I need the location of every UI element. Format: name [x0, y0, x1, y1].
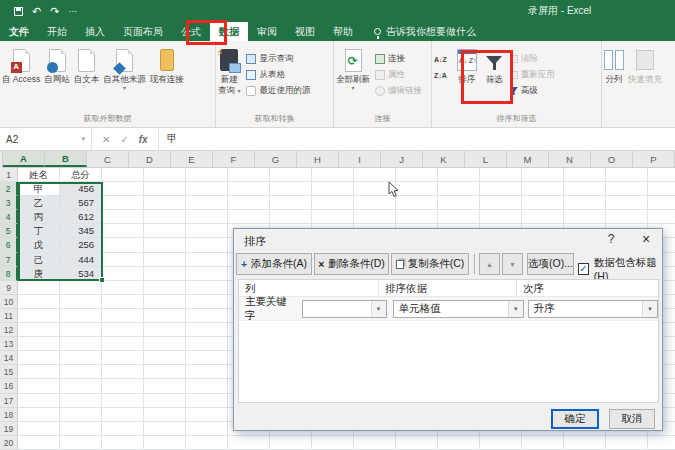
cell-M3[interactable]: [522, 196, 564, 210]
cell-I1[interactable]: [354, 168, 396, 182]
cell-B5[interactable]: 345: [60, 224, 102, 238]
row-header-14[interactable]: 14: [0, 351, 18, 365]
column-header-B[interactable]: B: [45, 151, 87, 167]
cell-C1[interactable]: [102, 168, 144, 182]
cell-D14[interactable]: [144, 351, 186, 365]
cell-O1[interactable]: [606, 168, 648, 182]
cell-A2[interactable]: 甲: [18, 182, 60, 196]
cell-H20[interactable]: [312, 436, 354, 450]
cell-C20[interactable]: [102, 436, 144, 450]
cell-D5[interactable]: [144, 224, 186, 238]
confirm-entry-icon[interactable]: ✓: [120, 134, 128, 145]
row-header-2[interactable]: 2: [0, 182, 18, 196]
cell-C13[interactable]: [102, 337, 144, 351]
cell-C5[interactable]: [102, 224, 144, 238]
cell-E6[interactable]: [186, 238, 228, 252]
cell-J4[interactable]: [396, 210, 438, 224]
cell-B11[interactable]: [60, 309, 102, 323]
cell-C7[interactable]: [102, 253, 144, 267]
cell-H3[interactable]: [312, 196, 354, 210]
cell-P20[interactable]: [648, 436, 675, 450]
existing-connections-button[interactable]: 现有连接: [148, 46, 186, 86]
cell-P1[interactable]: [648, 168, 675, 182]
cell-G4[interactable]: [270, 210, 312, 224]
cell-B4[interactable]: 612: [60, 210, 102, 224]
cell-B15[interactable]: [60, 365, 102, 379]
row-header-1[interactable]: 1: [0, 168, 18, 182]
cell-B13[interactable]: [60, 337, 102, 351]
redo-icon[interactable]: ↷: [50, 5, 59, 18]
cell-E7[interactable]: [186, 253, 228, 267]
cell-D15[interactable]: [144, 365, 186, 379]
row-header-20[interactable]: 20: [0, 436, 18, 450]
column-header-K[interactable]: K: [423, 151, 465, 167]
advanced-button[interactable]: 高级: [510, 85, 555, 97]
cell-M1[interactable]: [522, 168, 564, 182]
fill-handle[interactable]: [99, 277, 105, 283]
cell-A10[interactable]: [18, 295, 60, 309]
row-header-13[interactable]: 13: [0, 337, 18, 351]
cell-C12[interactable]: [102, 323, 144, 337]
cell-B2[interactable]: 456: [60, 182, 102, 196]
column-header-C[interactable]: C: [87, 151, 129, 167]
cell-K3[interactable]: [438, 196, 480, 210]
cell-C16[interactable]: [102, 379, 144, 393]
options-button[interactable]: 选项(O)...: [527, 253, 574, 275]
order-select[interactable]: 升序 ▾: [528, 300, 658, 318]
cell-A1[interactable]: 姓名: [18, 168, 60, 182]
cell-F2[interactable]: [228, 182, 270, 196]
cell-B19[interactable]: [60, 422, 102, 436]
cell-A9[interactable]: [18, 281, 60, 295]
column-header-H[interactable]: H: [297, 151, 339, 167]
cell-B1[interactable]: 总分: [60, 168, 102, 182]
row-header-17[interactable]: 17: [0, 394, 18, 408]
cell-E20[interactable]: [186, 436, 228, 450]
cell-D6[interactable]: [144, 238, 186, 252]
cell-H1[interactable]: [312, 168, 354, 182]
cell-K1[interactable]: [438, 168, 480, 182]
cell-P2[interactable]: [648, 182, 675, 196]
cell-E11[interactable]: [186, 309, 228, 323]
cell-A12[interactable]: [18, 323, 60, 337]
row-header-19[interactable]: 19: [0, 422, 18, 436]
save-icon[interactable]: [14, 7, 23, 16]
cell-F1[interactable]: [228, 168, 270, 182]
cell-J3[interactable]: [396, 196, 438, 210]
tab-insert[interactable]: 插入: [76, 22, 114, 41]
cell-A7[interactable]: 己: [18, 253, 60, 267]
column-header-N[interactable]: N: [549, 151, 591, 167]
cell-B6[interactable]: 256: [60, 238, 102, 252]
row-header-18[interactable]: 18: [0, 408, 18, 422]
checkbox-checked-icon[interactable]: ✓: [578, 263, 589, 275]
cell-A18[interactable]: [18, 408, 60, 422]
cell-O20[interactable]: [606, 436, 648, 450]
cell-B3[interactable]: 567: [60, 196, 102, 210]
column-header-L[interactable]: L: [465, 151, 507, 167]
cell-O3[interactable]: [606, 196, 648, 210]
tab-file[interactable]: 文件: [0, 22, 38, 41]
column-header-F[interactable]: F: [213, 151, 255, 167]
refresh-all-button[interactable]: 全部刷新 ▾: [334, 46, 372, 92]
row-header-15[interactable]: 15: [0, 365, 18, 379]
connections-button[interactable]: 连接: [375, 53, 422, 65]
from-text-button[interactable]: 自文本: [72, 46, 102, 86]
cell-D12[interactable]: [144, 323, 186, 337]
cell-M20[interactable]: [522, 436, 564, 450]
cell-H4[interactable]: [312, 210, 354, 224]
row-header-7[interactable]: 7: [0, 253, 18, 267]
cell-E13[interactable]: [186, 337, 228, 351]
cell-D1[interactable]: [144, 168, 186, 182]
cell-B17[interactable]: [60, 394, 102, 408]
tab-home[interactable]: 开始: [38, 22, 76, 41]
cell-N4[interactable]: [564, 210, 606, 224]
tell-me-box[interactable]: 告诉我你想要做什么: [374, 22, 476, 41]
cell-N1[interactable]: [564, 168, 606, 182]
cell-D7[interactable]: [144, 253, 186, 267]
cell-M4[interactable]: [522, 210, 564, 224]
cell-M2[interactable]: [522, 182, 564, 196]
cell-C2[interactable]: [102, 182, 144, 196]
cell-L3[interactable]: [480, 196, 522, 210]
cell-D9[interactable]: [144, 281, 186, 295]
cell-E2[interactable]: [186, 182, 228, 196]
cell-C6[interactable]: [102, 238, 144, 252]
